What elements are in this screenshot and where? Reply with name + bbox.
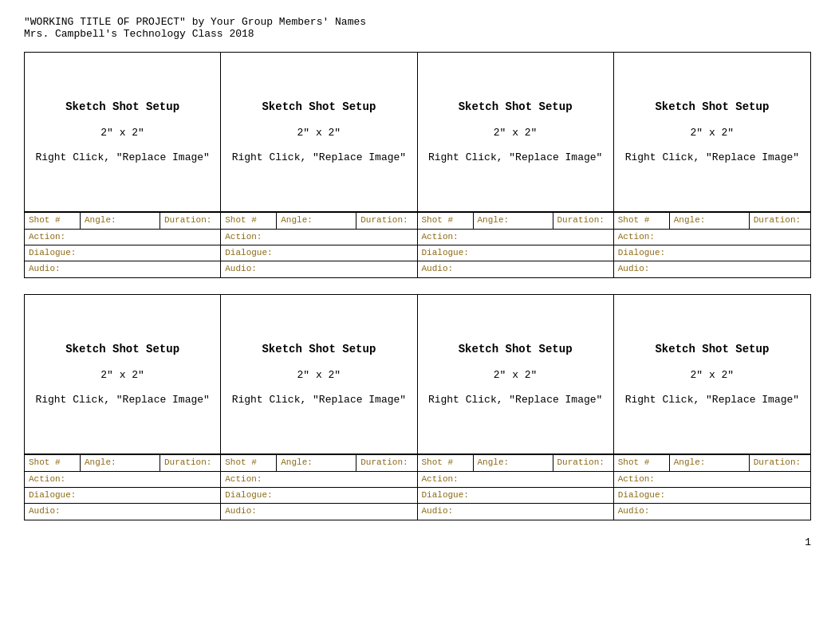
angle-label: Angle: [81, 213, 160, 229]
audio-row: Audio: [25, 261, 220, 277]
shot-cell-2-1: Sketch Shot Setup 2" x 2" Right Click, "… [25, 295, 221, 454]
shot-angle-duration-row: Shot # Angle: Duration: [221, 455, 416, 472]
sketch-title: Sketch Shot Setup [262, 340, 376, 359]
action-row: Action: [221, 230, 416, 245]
angle-label: Angle: [474, 213, 553, 229]
action-row: Action: [25, 230, 220, 245]
sketch-instructions: Right Click, "Replace Image" [232, 148, 406, 167]
meta-col-2-2: Shot # Angle: Duration: Action: Dialogue… [221, 455, 417, 520]
sketch-area-2-4: Sketch Shot Setup 2" x 2" Right Click, "… [614, 295, 810, 454]
sketch-instructions: Right Click, "Replace Image" [232, 391, 406, 409]
dialogue-row: Dialogue: [614, 245, 810, 261]
header-line1: "WORKING TITLE OF PROJECT" by Your Group… [24, 16, 811, 28]
shot-angle-duration-row: Shot # Angle: Duration: [614, 455, 810, 472]
sketch-size: 2" x 2" [100, 366, 144, 384]
sketch-size: 2" x 2" [494, 366, 538, 384]
duration-label: Duration: [553, 455, 613, 471]
sketch-area-2-2: Sketch Shot Setup 2" x 2" Right Click, "… [221, 295, 416, 454]
storyboard-section-2: Sketch Shot Setup 2" x 2" Right Click, "… [24, 294, 811, 520]
angle-label: Angle: [277, 455, 356, 471]
shot-angle-duration-row: Shot # Angle: Duration: [418, 455, 613, 472]
meta-col-1-4: Shot # Angle: Duration: Action: Dialogue… [614, 213, 810, 277]
storyboard-section-1: Sketch Shot Setup 2" x 2" Right Click, "… [24, 52, 811, 278]
shot-cell-1-3: Sketch Shot Setup 2" x 2" Right Click, "… [418, 53, 614, 212]
sketch-area-1-2: Sketch Shot Setup 2" x 2" Right Click, "… [221, 53, 416, 212]
sketch-size: 2" x 2" [494, 124, 538, 142]
audio-row: Audio: [25, 504, 220, 520]
action-row: Action: [418, 230, 613, 245]
dialogue-row: Dialogue: [418, 245, 613, 261]
shot-label: Shot # [614, 213, 670, 229]
meta-col-2-1: Shot # Angle: Duration: Action: Dialogue… [25, 455, 221, 520]
meta-col-1-3: Shot # Angle: Duration: Action: Dialogue… [418, 213, 614, 277]
meta-col-2-4: Shot # Angle: Duration: Action: Dialogue… [614, 455, 810, 520]
meta-col-1-1: Shot # Angle: Duration: Action: Dialogue… [25, 213, 221, 277]
dialogue-row: Dialogue: [221, 488, 416, 504]
sketch-instructions: Right Click, "Replace Image" [625, 148, 799, 167]
section-meta-1: Shot # Angle: Duration: Action: Dialogue… [25, 212, 810, 277]
duration-label: Duration: [750, 455, 810, 471]
angle-label: Angle: [670, 213, 750, 229]
meta-grid-1: Shot # Angle: Duration: Action: Dialogue… [25, 213, 810, 277]
duration-label: Duration: [356, 213, 416, 229]
sketch-title: Sketch Shot Setup [459, 340, 573, 359]
audio-row: Audio: [418, 261, 613, 277]
sketch-area-1-1: Sketch Shot Setup 2" x 2" Right Click, "… [25, 53, 220, 212]
action-row: Action: [25, 472, 220, 488]
shot-cell-1-1: Sketch Shot Setup 2" x 2" Right Click, "… [25, 53, 221, 212]
shot-cell-2-4: Sketch Shot Setup 2" x 2" Right Click, "… [614, 295, 810, 454]
sketch-area-2-3: Sketch Shot Setup 2" x 2" Right Click, "… [418, 295, 613, 454]
shot-label: Shot # [25, 213, 81, 229]
meta-col-2-3: Shot # Angle: Duration: Action: Dialogue… [418, 455, 614, 520]
audio-row: Audio: [614, 504, 810, 520]
duration-label: Duration: [356, 455, 416, 471]
sketch-size: 2" x 2" [297, 366, 341, 384]
audio-row: Audio: [221, 504, 416, 520]
shot-label: Shot # [614, 455, 670, 471]
sketch-instructions: Right Click, "Replace Image" [35, 391, 209, 409]
duration-label: Duration: [553, 213, 613, 229]
sketch-size: 2" x 2" [691, 366, 735, 384]
shot-cell-1-2: Sketch Shot Setup 2" x 2" Right Click, "… [221, 53, 417, 212]
header: "WORKING TITLE OF PROJECT" by Your Group… [24, 16, 811, 40]
sketch-instructions: Right Click, "Replace Image" [35, 148, 209, 167]
shot-label: Shot # [418, 455, 474, 471]
shot-sketch-row-2: Sketch Shot Setup 2" x 2" Right Click, "… [25, 295, 810, 454]
dialogue-row: Dialogue: [418, 488, 613, 504]
sketch-title: Sketch Shot Setup [655, 97, 769, 117]
shot-angle-duration-row: Shot # Angle: Duration: [221, 213, 416, 230]
sketch-instructions: Right Click, "Replace Image" [428, 148, 602, 167]
duration-label: Duration: [160, 455, 220, 471]
audio-row: Audio: [221, 261, 416, 277]
angle-label: Angle: [474, 455, 553, 471]
sketch-area-1-4: Sketch Shot Setup 2" x 2" Right Click, "… [614, 53, 810, 212]
audio-row: Audio: [418, 504, 613, 520]
audio-row: Audio: [614, 261, 810, 277]
sketch-area-1-3: Sketch Shot Setup 2" x 2" Right Click, "… [418, 53, 613, 212]
action-row: Action: [614, 472, 810, 488]
dialogue-row: Dialogue: [25, 488, 220, 504]
sketch-size: 2" x 2" [691, 124, 735, 142]
sketch-title: Sketch Shot Setup [655, 340, 769, 359]
action-row: Action: [614, 230, 810, 245]
action-row: Action: [221, 472, 416, 488]
shot-angle-duration-row: Shot # Angle: Duration: [614, 213, 810, 230]
sketch-size: 2" x 2" [100, 124, 144, 142]
dialogue-row: Dialogue: [25, 245, 220, 261]
shot-label: Shot # [418, 213, 474, 229]
angle-label: Angle: [81, 455, 160, 471]
angle-label: Angle: [277, 213, 356, 229]
duration-label: Duration: [160, 213, 220, 229]
duration-label: Duration: [750, 213, 810, 229]
shot-sketch-row-1: Sketch Shot Setup 2" x 2" Right Click, "… [25, 53, 810, 212]
action-row: Action: [418, 472, 613, 488]
dialogue-row: Dialogue: [221, 245, 416, 261]
dialogue-row: Dialogue: [614, 488, 810, 504]
sketch-instructions: Right Click, "Replace Image" [428, 391, 602, 409]
angle-label: Angle: [670, 455, 750, 471]
header-line2: Mrs. Campbell's Technology Class 2018 [24, 28, 811, 40]
shot-label: Shot # [221, 455, 277, 471]
sketch-title: Sketch Shot Setup [65, 97, 179, 117]
shot-label: Shot # [221, 213, 277, 229]
shot-cell-1-4: Sketch Shot Setup 2" x 2" Right Click, "… [614, 53, 810, 212]
